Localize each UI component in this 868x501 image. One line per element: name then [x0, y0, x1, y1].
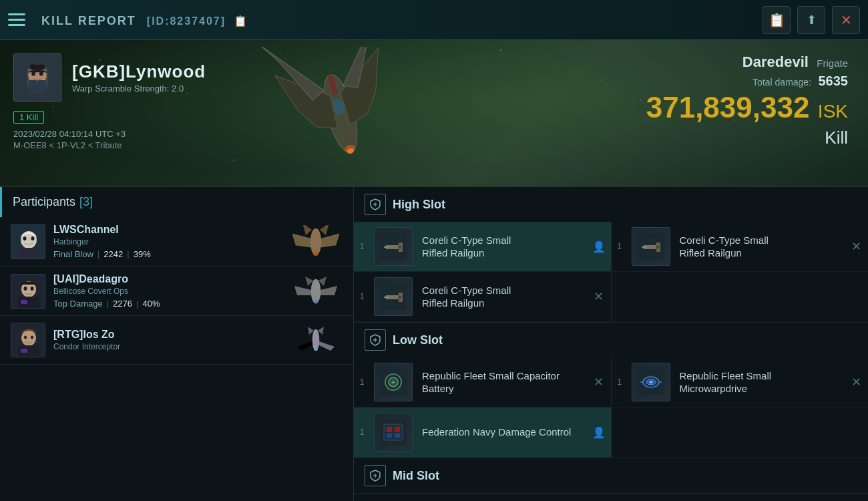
close-button[interactable]: ✕ — [832, 6, 860, 34]
svg-point-59 — [398, 245, 402, 249]
svg-point-51 — [312, 329, 319, 351]
svg-rect-83 — [384, 432, 403, 434]
module-row[interactable]: 1 + Republic Fleet Small Capacitor Batte… — [354, 357, 611, 407]
railgun-icon2 — [380, 283, 407, 310]
damage-value: 2242 — [103, 249, 123, 259]
participant-card[interactable]: LWSChannel Harbinger Final Blow | 2242 |… — [0, 217, 353, 267]
participant-ship: Condor Interceptor — [53, 342, 281, 351]
module-remove[interactable]: ✕ — [844, 375, 868, 389]
module-icon — [632, 227, 670, 266]
svg-point-43 — [311, 279, 320, 303]
shield-icon3 — [369, 469, 382, 482]
module-row[interactable]: 1 — [612, 357, 869, 407]
main-content: Participants [3] LWSChannel Harbing — [0, 187, 868, 501]
svg-rect-68 — [642, 246, 647, 248]
menu-button[interactable] — [8, 8, 32, 32]
svg-rect-79 — [395, 427, 400, 432]
svg-point-44 — [314, 300, 318, 303]
slot-icon — [365, 194, 386, 215]
high-slot-grid: 1 Coreli C-Type Small Rifled Railgun — [354, 222, 868, 322]
participant-ship: Bellicose Covert Ops — [53, 287, 281, 296]
percent-value: 40% — [142, 299, 160, 309]
participant-card[interactable]: [RTG]Ios Zo Condor Interceptor — [0, 316, 353, 365]
ship-name-row: Daredevil Frigate — [646, 53, 848, 71]
avatar-deadagro — [11, 275, 45, 309]
module-row[interactable]: 1 — [354, 407, 611, 458]
report-id: [ID:8237407] — [147, 15, 226, 27]
svg-rect-23 — [29, 65, 45, 70]
slot-icon — [365, 329, 386, 351]
fitting-panel: High Slot 1 — [354, 187, 868, 501]
module-name: Republic Fleet Small Capacitor Battery — [417, 369, 587, 395]
low-slot-section: Low Slot 1 + — [354, 323, 868, 458]
svg-point-35 — [310, 228, 321, 255]
svg-rect-81 — [395, 434, 400, 438]
railgun-icon — [380, 233, 407, 260]
low-slot-right: 1 — [611, 357, 869, 458]
module-row[interactable]: 1 Coreli C-Type Small Rifled Railgun — [354, 272, 611, 322]
svg-rect-32 — [18, 248, 39, 259]
ship-name: Daredevil — [742, 53, 809, 70]
module-row[interactable]: 1 Coreli C-Type Small Rifled Railgun — [354, 222, 611, 272]
svg-rect-63 — [384, 297, 389, 298]
participant-name: [UAI]Deadagro — [53, 273, 281, 285]
shield-icon — [369, 198, 382, 211]
svg-rect-78 — [387, 427, 392, 432]
participant-card[interactable]: [UAI]Deadagro Bellicose Covert Ops Top D… — [0, 267, 353, 316]
mwd-icon — [638, 369, 664, 395]
module-remove[interactable]: ✕ — [587, 289, 611, 304]
ship-thumbnail — [289, 225, 343, 259]
ship-thumbnail — [289, 323, 343, 357]
svg-rect-50 — [21, 349, 27, 353]
copy-icon[interactable]: 📋 — [234, 15, 248, 27]
svg-point-36 — [313, 252, 318, 256]
harbinger-ship — [289, 225, 343, 259]
svg-rect-42 — [21, 300, 27, 304]
module-remove[interactable]: ✕ — [587, 375, 611, 389]
svg-point-40 — [24, 287, 27, 291]
damage-row: Total damage: 5635 — [646, 73, 848, 89]
participant-name: LWSChannel — [53, 224, 281, 236]
svg-text:+: + — [391, 379, 395, 386]
shield-icon2 — [369, 333, 382, 347]
stat-label: Final Blow — [53, 249, 93, 259]
slot-title: Low Slot — [393, 333, 443, 347]
svg-point-34 — [31, 236, 35, 240]
participants-title: Participants [3] — [0, 187, 353, 217]
damage-label: Total damage: — [752, 77, 811, 88]
percent-value: 39% — [134, 249, 151, 259]
low-slot-left: 1 + Republic Fleet Small Capacitor Batte… — [354, 357, 611, 458]
module-icon — [374, 413, 413, 452]
slot-title: Mid Slot — [393, 469, 439, 483]
participant-stats: Top Damage | 2276 | 40% — [53, 299, 281, 309]
isk-row: 371,839,332 ISK — [646, 93, 848, 122]
page-title: KILL REPORT [ID:8237407] 📋 — [41, 11, 763, 29]
participant-avatar — [11, 224, 45, 259]
header: KILL REPORT [ID:8237407] 📋 📋 ⬆ ✕ — [0, 0, 868, 40]
bellicose-ship — [289, 275, 343, 308]
participant-info: [UAI]Deadagro Bellicose Covert Ops Top D… — [45, 273, 289, 309]
svg-rect-58 — [384, 246, 389, 248]
module-owner: 👤 — [587, 240, 611, 253]
pilot-name: [GKB]Lynwood — [72, 61, 206, 82]
slot-title: High Slot — [393, 198, 445, 212]
copy-button[interactable]: 📋 — [763, 6, 791, 34]
slot-header: Low Slot — [354, 323, 868, 357]
svg-point-87 — [649, 381, 653, 383]
participants-panel: Participants [3] LWSChannel Harbing — [0, 187, 354, 501]
avatar-image — [14, 53, 61, 102]
module-remove[interactable]: ✕ — [844, 239, 868, 254]
export-button[interactable]: ⬆ — [797, 6, 825, 34]
module-name: Republic Fleet Small Microwarpdrive — [674, 369, 845, 395]
kill-badge: 1 Kill — [13, 111, 44, 124]
slot-header: High Slot — [354, 187, 868, 222]
module-name: Coreli C-Type Small Rifled Railgun — [674, 234, 845, 260]
module-row[interactable]: 1 Coreli C-Type Small Rifled Railgun — [612, 222, 869, 272]
avatar-rtg — [11, 323, 45, 357]
module-name: Coreli C-Type Small Rifled Railgun — [417, 234, 587, 260]
hero-meta: 2023/02/28 04:10:14 UTC +3 M-OEE8 < 1P-V… — [13, 129, 126, 150]
pilot-row: [GKB]Lynwood Warp Scramble Strength: 2.0 — [13, 53, 206, 102]
module-owner: 👤 — [587, 426, 611, 439]
ship-class: Frigate — [817, 57, 848, 69]
damage-value: 2276 — [113, 299, 132, 309]
